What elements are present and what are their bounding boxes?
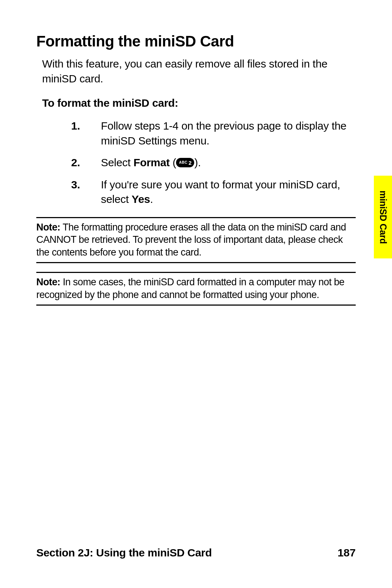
- key-num-label: 2: [188, 160, 191, 166]
- step-bold-yes: Yes: [132, 193, 150, 205]
- step-2: Select Format (ABC2).: [71, 155, 356, 170]
- step-3: If you're sure you want to format your m…: [71, 177, 356, 207]
- footer-section: Section 2J: Using the miniSD Card: [36, 547, 212, 559]
- note-block-1: Note: The formatting procedure erases al…: [36, 217, 356, 264]
- step-bold-format: Format: [134, 156, 170, 168]
- steps-list: Follow steps 1-4 on the previous page to…: [36, 119, 356, 207]
- intro-paragraph: With this feature, you can easily remove…: [42, 57, 356, 86]
- document-page: Formatting the miniSD Card With this fea…: [0, 0, 392, 588]
- step-text-suffix: .: [150, 193, 153, 205]
- key-abc-label: ABC: [179, 161, 187, 164]
- note-text: The formatting procedure erases all the …: [36, 222, 346, 258]
- side-tab-label: miniSD Card: [378, 191, 388, 244]
- footer-page-number: 187: [338, 547, 356, 559]
- step-text-prefix: Select: [101, 156, 134, 168]
- side-tab: miniSD Card: [374, 176, 392, 258]
- page-title: Formatting the miniSD Card: [36, 33, 356, 50]
- step-1: Follow steps 1-4 on the previous page to…: [71, 119, 356, 148]
- key-abc2-icon: ABC2: [176, 158, 194, 167]
- note-label: Note:: [36, 277, 60, 287]
- step-text: Follow steps 1-4 on the previous page to…: [101, 120, 346, 147]
- step-close-paren: ).: [194, 156, 201, 168]
- page-footer: Section 2J: Using the miniSD Card 187: [36, 547, 356, 559]
- note-block-2: Note: In some cases, the miniSD card for…: [36, 272, 356, 306]
- step-open-paren: (: [170, 156, 176, 168]
- note-text: In some cases, the miniSD card formatted…: [36, 277, 344, 300]
- note-label: Note:: [36, 222, 60, 233]
- procedure-subhead: To format the miniSD card:: [42, 97, 356, 109]
